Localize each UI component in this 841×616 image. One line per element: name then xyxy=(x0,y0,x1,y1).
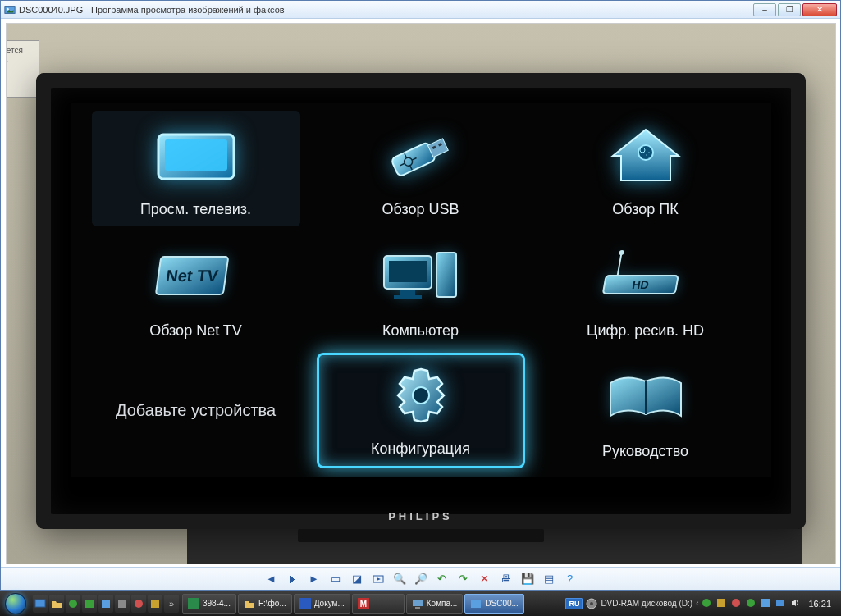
rotate-ccw-button[interactable]: ↶ xyxy=(435,572,450,586)
tray-network-icon[interactable] xyxy=(775,598,787,609)
start-show-button[interactable] xyxy=(371,572,386,586)
tray-drive-icon[interactable] xyxy=(586,598,597,609)
tray-icon[interactable] xyxy=(761,598,772,609)
menu-watch-tv[interactable]: Просм. телевиз. xyxy=(92,111,300,226)
menu-label: Обзор Net TV xyxy=(149,322,242,340)
tray-icon[interactable] xyxy=(702,598,713,609)
ql-app-icon[interactable] xyxy=(131,595,146,613)
svg-rect-43 xyxy=(717,599,725,607)
windows-taskbar[interactable]: » 398-4... F:\фо... Докум... M Компа... … xyxy=(0,591,841,616)
viewer-toolbar: ◄ ⏵ ► ▭ ◪ 🔍 🔎 ↶ ↷ ✕ 🖶 💾 ▤ ? xyxy=(1,567,840,590)
system-tray[interactable]: RU DVD-RAM дисковод (D:) ‹ 16:21 xyxy=(560,598,839,609)
task-button[interactable]: 398-4... xyxy=(182,594,236,614)
task-button[interactable]: Компа... xyxy=(406,594,464,614)
tray-icon[interactable] xyxy=(731,598,743,609)
quick-launch: » xyxy=(33,595,179,613)
menu-configuration[interactable]: Конфигурация xyxy=(317,353,525,468)
svg-rect-30 xyxy=(118,600,126,608)
close-button[interactable]: ✕ xyxy=(802,3,837,16)
task-button[interactable]: Докум... xyxy=(294,594,350,614)
svg-rect-39 xyxy=(471,600,481,608)
ql-desktop-icon[interactable] xyxy=(33,595,48,613)
menu-label: Компьютер xyxy=(382,322,459,340)
task-button[interactable]: F:\фо... xyxy=(238,594,292,614)
tray-volume-icon[interactable] xyxy=(790,598,802,609)
menu-net-tv[interactable]: Net TV Обзор Net TV xyxy=(92,231,300,347)
zoom-in-button[interactable]: 🔍 xyxy=(392,572,407,586)
tv-screen: Просм. телевиз. Обзор USB xyxy=(71,103,771,477)
svg-point-27 xyxy=(69,600,77,608)
svg-rect-32 xyxy=(151,600,159,608)
task-button[interactable]: M xyxy=(352,594,405,614)
image-viewer-window: DSC00040.JPG - Программа просмотра изобр… xyxy=(0,0,841,591)
ql-app-icon[interactable] xyxy=(82,595,97,613)
task-button-active[interactable]: DSC00... xyxy=(464,594,524,614)
svg-point-23 xyxy=(413,387,429,404)
prev-image-button[interactable]: ◄ xyxy=(264,572,279,586)
task-label: DSC00... xyxy=(485,599,519,608)
menu-label: Обзор ПК xyxy=(612,201,678,218)
task-label: 398-4... xyxy=(203,599,231,608)
help-button[interactable]: ? xyxy=(563,572,578,586)
menu-usb[interactable]: Обзор USB xyxy=(317,111,525,226)
maximize-button[interactable]: ❐ xyxy=(778,3,801,16)
ql-app-icon[interactable] xyxy=(148,595,162,613)
svg-point-22 xyxy=(619,250,624,255)
ql-app-icon[interactable] xyxy=(66,595,80,613)
svg-point-45 xyxy=(747,599,755,607)
save-button[interactable]: 💾 xyxy=(520,572,535,586)
word-icon xyxy=(299,598,311,609)
menu-pc[interactable]: Обзор ПК xyxy=(542,111,750,226)
menu-label: Руководство xyxy=(602,443,688,460)
menu-computer[interactable]: Компьютер xyxy=(317,231,525,347)
usb-icon xyxy=(317,111,525,201)
tray-expand-icon[interactable]: ‹ xyxy=(696,599,698,608)
photo-viewport[interactable]: ес ется ать Просм. телевиз. xyxy=(6,23,836,564)
minimize-button[interactable]: – xyxy=(753,3,776,16)
open-with-button[interactable]: ▤ xyxy=(542,572,556,586)
svg-rect-46 xyxy=(761,599,770,607)
language-indicator[interactable]: RU xyxy=(565,598,583,609)
tv-home-menu: Просм. телевиз. Обзор USB xyxy=(71,103,771,477)
svg-point-41 xyxy=(590,602,593,605)
svg-rect-17 xyxy=(394,295,422,299)
rotate-cw-button[interactable]: ↷ xyxy=(456,572,471,586)
house-icon xyxy=(542,111,750,201)
taskbar-tasks: 398-4... F:\фо... Докум... M Компа... DS… xyxy=(182,594,560,614)
svg-point-31 xyxy=(135,600,143,608)
computer-icon xyxy=(412,598,423,609)
ql-app-icon[interactable] xyxy=(98,595,113,613)
tray-drive-label: DVD-RAM дисковод (D:) xyxy=(601,599,692,608)
window-titlebar[interactable]: DSC00040.JPG - Программа просмотра изобр… xyxy=(1,1,840,19)
play-slideshow-button[interactable]: ⏵ xyxy=(286,572,300,586)
television: Просм. телевиз. Обзор USB xyxy=(36,73,806,529)
viewer-content: ес ется ать Просм. телевиз. xyxy=(1,19,840,567)
fit-button[interactable]: ▭ xyxy=(328,572,343,586)
menu-hd-receiver[interactable]: HD Цифр. ресив. HD xyxy=(542,231,750,347)
folder-icon xyxy=(244,598,255,609)
start-button[interactable] xyxy=(2,591,30,616)
ql-folder-icon[interactable] xyxy=(49,595,64,613)
wall-sign-fragment: ес ется ать xyxy=(6,40,39,98)
next-image-button[interactable]: ► xyxy=(307,572,322,586)
actual-size-button[interactable]: ◪ xyxy=(350,572,364,586)
svg-point-1 xyxy=(7,7,9,10)
receiver-icon: HD xyxy=(542,231,750,322)
tray-icon[interactable] xyxy=(716,598,728,609)
ql-app-icon[interactable] xyxy=(115,595,130,613)
menu-add-devices[interactable]: Добавьте устройства xyxy=(92,353,300,468)
ql-expand-icon[interactable]: » xyxy=(164,595,179,613)
taskbar-clock[interactable]: 16:21 xyxy=(805,599,834,609)
book-icon xyxy=(542,353,750,443)
svg-text:HD: HD xyxy=(631,279,650,292)
delete-button[interactable]: ✕ xyxy=(478,572,492,586)
print-button[interactable]: 🖶 xyxy=(499,572,514,586)
svg-rect-18 xyxy=(436,253,456,297)
svg-point-11 xyxy=(647,153,651,157)
menu-manual[interactable]: Руководство xyxy=(542,353,750,468)
svg-rect-28 xyxy=(85,600,94,608)
tray-icon[interactable] xyxy=(746,598,757,609)
zoom-out-button[interactable]: 🔎 xyxy=(414,572,428,586)
svg-rect-38 xyxy=(415,607,420,609)
svg-rect-37 xyxy=(413,600,423,606)
